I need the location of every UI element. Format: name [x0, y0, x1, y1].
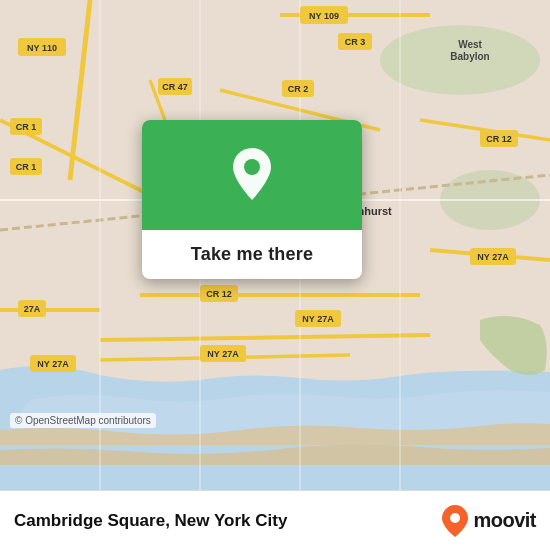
location-popup[interactable]: Take me there — [142, 120, 362, 279]
popup-header — [142, 120, 362, 230]
svg-point-52 — [450, 513, 460, 523]
moovit-logo[interactable]: moovit — [441, 504, 536, 538]
svg-text:NY 110: NY 110 — [27, 43, 57, 53]
moovit-brand-text: moovit — [473, 509, 536, 532]
svg-text:NY 109: NY 109 — [309, 11, 339, 21]
location-pin-icon — [228, 146, 276, 204]
svg-text:CR 12: CR 12 — [206, 289, 232, 299]
svg-text:NY 27A: NY 27A — [302, 314, 334, 324]
moovit-pin-icon — [441, 504, 469, 538]
map-view[interactable]: NY 110 NY 109 West Babylon CR 3 CR 1 CR … — [0, 0, 550, 490]
svg-text:CR 2: CR 2 — [288, 84, 309, 94]
svg-text:CR 12: CR 12 — [486, 134, 512, 144]
svg-text:27A: 27A — [24, 304, 41, 314]
svg-text:CR 1: CR 1 — [16, 162, 37, 172]
take-me-there-button[interactable]: Take me there — [142, 230, 362, 279]
svg-text:NY 27A: NY 27A — [37, 359, 69, 369]
svg-text:NY 27A: NY 27A — [477, 252, 509, 262]
svg-text:West: West — [458, 39, 482, 50]
svg-text:NY 27A: NY 27A — [207, 349, 239, 359]
svg-text:CR 1: CR 1 — [16, 122, 37, 132]
svg-text:CR 3: CR 3 — [345, 37, 366, 47]
bottom-info-bar: Cambridge Square, New York City moovit — [0, 490, 550, 550]
svg-text:Babylon: Babylon — [450, 51, 489, 62]
svg-text:CR 47: CR 47 — [162, 82, 188, 92]
svg-point-51 — [244, 159, 260, 175]
map-attribution: © OpenStreetMap contributors — [10, 413, 156, 428]
location-name: Cambridge Square, New York City — [14, 511, 287, 531]
